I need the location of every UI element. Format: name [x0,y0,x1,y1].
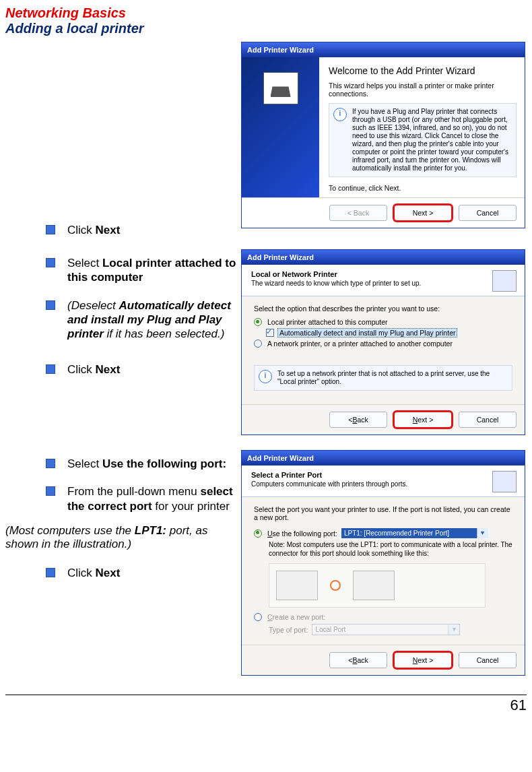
text: B [352,416,357,424]
bullet-icon [46,364,55,374]
wizard-info-box: i If you have a Plug and Play printer th… [329,103,517,177]
wizard-info-box: i To set up a network printer that is no… [254,365,512,391]
page-number: 61 [5,695,527,714]
radio-label: se the following port: [273,529,337,538]
text-bold: Next [96,224,121,236]
wizard-local-or-network: Add Printer Wizard Local or Network Prin… [241,249,525,435]
wizard-step-heading: Select a Printer Port [251,471,322,479]
checkbox-icon [266,329,274,337]
port-type-dropdown: Local Port ▾ [312,624,460,635]
text: (Most computers use the [5,524,135,537]
connector-icon [353,571,395,600]
radio-network-printer[interactable]: A network printer, or a printer attached… [254,340,512,348]
text: if it has been selected.) [104,327,225,340]
wizard-step-sub: The wizard needs to know which type of p… [251,280,421,287]
wizard-step-heading: Local or Network Printer [251,270,337,278]
lpt1-note: (Most computers use the LPT1: port, as s… [5,524,234,551]
printer-icon [263,72,298,104]
bullet-icon [46,258,55,267]
bullet-icon [46,225,55,234]
wizard-titlebar: Add Printer Wizard [242,451,525,465]
port-dropdown[interactable]: LPT1: [Recommended Printer Port] ▾ [341,528,488,538]
text-bold: Next [96,363,121,376]
bullet-pulldown-port: From the pull-down menu select the corre… [46,484,241,513]
bullet-click-next-3: Click Next [46,566,241,580]
wizard-select-port: Add Printer Wizard Select a Printer Port… [241,450,525,676]
dropdown-value: LPT1: [Recommended Printer Port] [344,529,449,537]
text-bold: LPT1: [135,524,166,537]
wizard-info-text: To set up a network printer that is not … [277,370,508,386]
text: B [352,656,357,664]
bullet-select-use-port: Select Use the following port: [46,457,241,471]
text: (Deselect [67,299,119,312]
wizard-welcome-heading: Welcome to the Add Printer Wizard [329,65,517,76]
cancel-button[interactable]: Cancel [459,205,517,221]
wizard-welcome: Add Printer Wizard Welcome to the Add Pr… [241,42,525,228]
wizard-titlebar: Add Printer Wizard [242,42,525,57]
page-title-red: Networking Basics [5,5,527,21]
cancel-button[interactable]: Cancel [459,412,517,428]
text: U [267,529,273,538]
radio-use-following-port[interactable]: Use the following port: LPT1: [Recommend… [254,528,512,538]
printer-icon [492,270,517,292]
bullet-icon [46,486,55,496]
wizard-prompt: Select the port you want your printer to… [254,505,512,521]
bullet-deselect-auto: (Deselect Automatically detect and insta… [46,298,241,342]
chevron-down-icon: ▾ [448,624,459,635]
text: Click [67,567,96,579]
bullet-icon [46,459,55,468]
dropdown-value: Local Port [315,626,345,633]
text-bold: Use the following port: [102,457,226,470]
wizard-info-text: If you have a Plug and Play printer that… [352,108,512,172]
info-icon: i [333,108,347,121]
radio-create-new-port[interactable]: Create a new port: [254,613,512,621]
text: Select [67,257,102,269]
text: N [413,656,418,664]
printer-icon [276,571,318,600]
back-button: < Back [329,205,387,221]
text: Select [67,457,102,470]
wizard-intro-text: This wizard helps you install a printer … [329,82,517,98]
radio-icon [254,318,262,326]
connector-illustration [269,563,486,608]
text: Click [67,224,96,236]
next-button[interactable]: Next > [394,652,452,668]
bullet-click-next-1: Click Next [46,223,241,237]
checkbox-label: Automatically detect and install my Plug… [278,329,457,337]
back-button[interactable]: < Back [329,412,387,428]
radio-icon [254,613,262,621]
wizard-sidebar [242,57,319,197]
radio-icon [254,340,262,348]
wizard-step-sub: Computers communicate with printers thro… [251,480,407,488]
text: Click [67,363,96,376]
dot-icon [330,580,341,591]
info-icon: i [259,370,272,383]
wizard-titlebar: Add Printer Wizard [242,250,525,265]
wizard-continue-text: To continue, click Next. [329,184,517,192]
text: for your printer [152,500,230,513]
back-button[interactable]: < Back [329,652,387,668]
bullet-icon [46,568,55,577]
bullet-select-local: Select Local printer attached to this co… [46,256,241,285]
port-note: Note: Most computers use the LPT1: port … [269,541,512,558]
bullet-click-next-2: Click Next [46,362,241,377]
label: Type of port: [269,626,308,634]
bullet-icon [46,300,55,310]
radio-local-printer[interactable]: Local printer attached to this computer [254,318,512,326]
text: From the pull-down menu [67,485,200,498]
checkbox-auto-detect[interactable]: Automatically detect and install my Plug… [254,329,512,337]
printer-icon [492,471,517,492]
text: C [267,613,273,621]
type-of-port-row: Type of port: Local Port ▾ [269,624,512,635]
next-button[interactable]: Next > [394,205,452,221]
chevron-down-icon: ▾ [477,528,488,538]
radio-label: reate a new port: [273,613,326,621]
cancel-button[interactable]: Cancel [459,652,517,668]
wizard-prompt: Select the option that describes the pri… [254,304,512,313]
next-button[interactable]: Next > [394,412,452,428]
page-title-blue: Adding a local printer [5,21,527,36]
radio-icon [254,529,262,538]
text: N [413,416,418,424]
radio-label: A network printer, or a printer attached… [267,340,453,348]
radio-label: Local printer attached to this computer [267,318,388,326]
